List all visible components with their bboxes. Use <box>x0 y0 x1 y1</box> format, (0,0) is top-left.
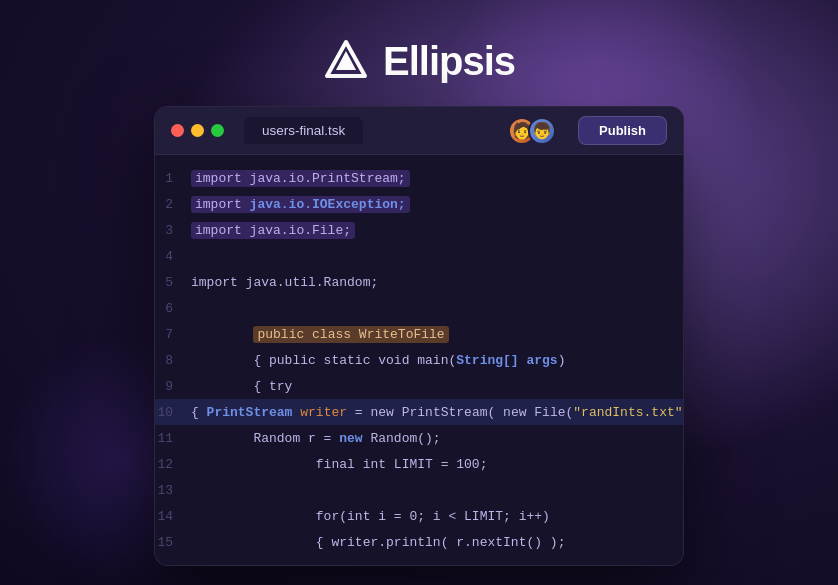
traffic-light-green[interactable] <box>211 124 224 137</box>
code-line-9: 9 { try <box>155 373 683 399</box>
traffic-light-red[interactable] <box>171 124 184 137</box>
code-line-11: 11 Random r = new Random(); <box>155 425 683 451</box>
code-line-8: 8 { public static void main(String[] arg… <box>155 347 683 373</box>
code-line-14: 14 for(int i = 0; i < LIMIT; i++) <box>155 503 683 529</box>
avatar-user2: 👦 <box>528 117 556 145</box>
traffic-lights <box>171 124 224 137</box>
code-line-15: 15 { writer.println( r.nextInt() ); <box>155 529 683 555</box>
publish-button[interactable]: Publish <box>578 116 667 145</box>
code-line-7: 7 public class WriteToFile <box>155 321 683 347</box>
code-line-6: 6 <box>155 295 683 321</box>
code-line-2: 2 import java.io.IOException; <box>155 191 683 217</box>
titlebar: users-final.tsk 🧑 👦 Publish <box>155 107 683 155</box>
logo-area: Ellipsis <box>323 38 515 84</box>
code-line-3: 3 import java.io.File; <box>155 217 683 243</box>
window-card: users-final.tsk 🧑 👦 Publish 1 import jav… <box>154 106 684 566</box>
code-line-1: 1 import java.io.PrintStream; <box>155 165 683 191</box>
code-line-4: 4 <box>155 243 683 269</box>
code-line-13: 13 <box>155 477 683 503</box>
ellipsis-logo-icon <box>323 38 369 84</box>
avatars: 🧑 👦 <box>508 117 556 145</box>
logo-text: Ellipsis <box>383 39 515 84</box>
code-line-12: 12 final int LIMIT = 100; <box>155 451 683 477</box>
code-editor: 1 import java.io.PrintStream; 2 import j… <box>155 155 683 565</box>
traffic-light-yellow[interactable] <box>191 124 204 137</box>
code-line-10: 10 { PrintStream writer = new PrintStrea… <box>155 399 683 425</box>
file-tab[interactable]: users-final.tsk <box>244 117 363 144</box>
code-line-5: 5 import java.util.Random; <box>155 269 683 295</box>
